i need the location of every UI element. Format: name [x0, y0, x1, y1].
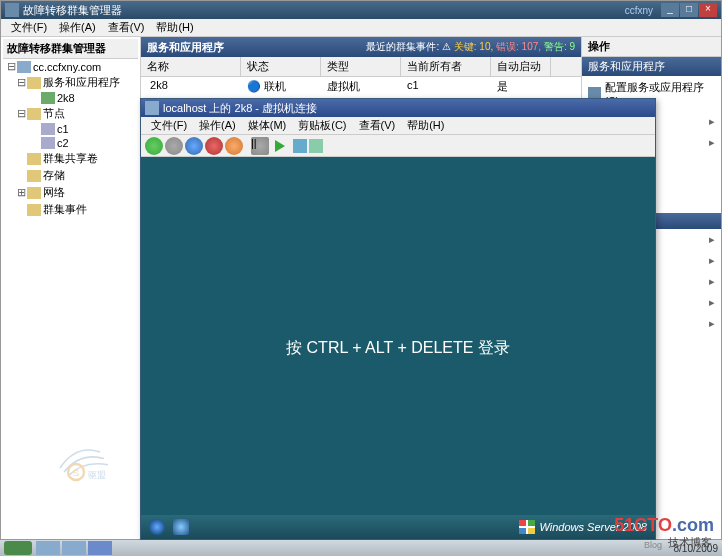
- taskbar-item3[interactable]: [88, 541, 112, 555]
- center-title: 服务和应用程序: [147, 40, 224, 55]
- start-button-host[interactable]: [4, 541, 32, 555]
- vm-menu-action[interactable]: 操作(A): [193, 118, 242, 133]
- tree-events[interactable]: 群集事件: [3, 201, 138, 218]
- watermark-tech-blog: 技术博客: [668, 535, 712, 550]
- user-label: ccfxny: [625, 5, 653, 16]
- menu-view[interactable]: 查看(V): [102, 20, 151, 35]
- menu-help[interactable]: 帮助(H): [150, 20, 199, 35]
- save-button[interactable]: [225, 137, 243, 155]
- vm-title-text: localhost 上的 2k8 - 虚拟机连接: [163, 101, 317, 116]
- grid-header: 名称 状态 类型 当前所有者 自动启动: [141, 57, 581, 77]
- taskbar-item1[interactable]: [36, 541, 60, 555]
- maximize-button[interactable]: □: [680, 3, 698, 17]
- watermark-51cto: 51CTO.com: [614, 515, 714, 536]
- app-icon: [5, 3, 19, 17]
- vm-menu-media[interactable]: 媒体(M): [242, 118, 293, 133]
- tree-cluster-root[interactable]: ⊟cc.ccfxny.com: [3, 59, 138, 74]
- tree-network[interactable]: ⊞网络: [3, 184, 138, 201]
- actions-header: 操作: [582, 37, 721, 57]
- taskbar-item2[interactable]: [62, 541, 86, 555]
- menu-action[interactable]: 操作(A): [53, 20, 102, 35]
- main-menubar: 文件(F) 操作(A) 查看(V) 帮助(H): [1, 19, 721, 37]
- actions-subheader: 服务和应用程序: [582, 57, 721, 76]
- pause-button[interactable]: ||: [251, 137, 269, 155]
- watermark-blog-small: Blog: [644, 540, 662, 550]
- col-auto[interactable]: 自动启动: [491, 57, 551, 76]
- minimize-button[interactable]: _: [661, 3, 679, 17]
- vm-connection-window: localhost 上的 2k8 - 虚拟机连接 文件(F) 操作(A) 媒体(…: [140, 98, 656, 540]
- col-owner[interactable]: 当前所有者: [401, 57, 491, 76]
- vm-menu-file[interactable]: 文件(F): [145, 118, 193, 133]
- start-button[interactable]: [165, 137, 183, 155]
- error-count[interactable]: 错误: 107,: [496, 41, 541, 52]
- login-prompt: 按 CTRL + ALT + DELETE 登录: [286, 338, 510, 359]
- vm-menu-help[interactable]: 帮助(H): [401, 118, 450, 133]
- snapshot-button[interactable]: [293, 139, 307, 153]
- main-titlebar: 故障转移群集管理器 ccfxny _ □ ×: [1, 1, 721, 19]
- col-type[interactable]: 类型: [321, 57, 401, 76]
- close-button[interactable]: ×: [699, 3, 717, 17]
- tree-node-c1[interactable]: c1: [3, 122, 138, 136]
- revert-button[interactable]: [309, 139, 323, 153]
- vm-menu-view[interactable]: 查看(V): [353, 118, 402, 133]
- host-taskbar: 8/10/2009: [0, 540, 722, 556]
- tree-node-c2[interactable]: c2: [3, 136, 138, 150]
- vm-screen[interactable]: 按 CTRL + ALT + DELETE 登录 Windows Server …: [141, 157, 655, 539]
- vm-menubar: 文件(F) 操作(A) 媒体(M) 剪贴板(C) 查看(V) 帮助(H): [141, 117, 655, 135]
- tree-header: 故障转移群集管理器: [3, 39, 138, 59]
- critical-count[interactable]: 关键: 10,: [454, 41, 493, 52]
- warning-count[interactable]: 警告: 9: [544, 41, 575, 52]
- turnoff-button[interactable]: [185, 137, 203, 155]
- vm-menu-clipboard[interactable]: 剪贴板(C): [292, 118, 352, 133]
- vm-toolbar: ||: [141, 135, 655, 157]
- vm-titlebar[interactable]: localhost 上的 2k8 - 虚拟机连接: [141, 99, 655, 117]
- reset-button[interactable]: [275, 140, 285, 152]
- col-status[interactable]: 状态: [241, 57, 321, 76]
- col-name[interactable]: 名称: [141, 57, 241, 76]
- windows-flag-icon: [519, 520, 535, 534]
- center-header: 服务和应用程序 最近的群集事件: ⚠ 关键: 10, 错误: 107, 警告: …: [141, 37, 581, 57]
- tree-storage[interactable]: 存储: [3, 167, 138, 184]
- tree-nodes[interactable]: ⊟节点: [3, 105, 138, 122]
- window-title: 故障转移群集管理器: [23, 3, 625, 18]
- language-icon[interactable]: [173, 519, 189, 535]
- grid-row[interactable]: 2k8 🔵 联机 虚拟机 c1 是: [141, 77, 581, 96]
- tree-services[interactable]: ⊟服务和应用程序: [3, 74, 138, 91]
- vm-icon: [145, 101, 159, 115]
- ease-of-access-icon[interactable]: [149, 519, 165, 535]
- guest-taskbar: Windows Server 2008: [141, 515, 655, 539]
- tree-panel: 故障转移群集管理器 ⊟cc.ccfxny.com ⊟服务和应用程序 2k8 ⊟节…: [1, 37, 141, 539]
- events-label: 最近的群集事件:: [366, 41, 439, 52]
- tree-vm-2k8[interactable]: 2k8: [3, 91, 138, 105]
- tree-csv[interactable]: 群集共享卷: [3, 150, 138, 167]
- menu-file[interactable]: 文件(F): [5, 20, 53, 35]
- shutdown-button[interactable]: [205, 137, 223, 155]
- ctrl-alt-del-button[interactable]: [145, 137, 163, 155]
